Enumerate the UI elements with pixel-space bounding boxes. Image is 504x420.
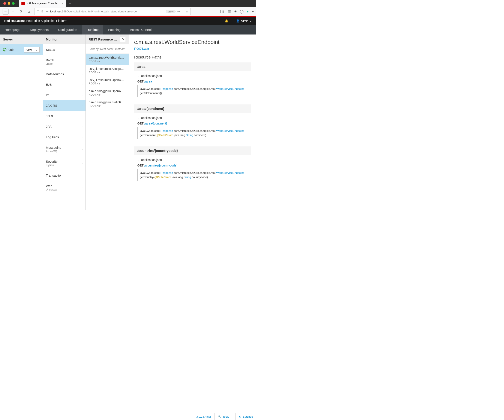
- view-button[interactable]: View⌄: [24, 47, 40, 53]
- rest-column-header: REST Resource … ⟳: [86, 35, 129, 44]
- shield-icon[interactable]: 🛡: [37, 10, 39, 13]
- brand-text: Red Hat JBoss Enterprise Application Pla…: [4, 19, 67, 23]
- monitor-item-label: Datasources: [46, 72, 64, 76]
- maximize-window-icon[interactable]: [12, 2, 15, 5]
- nav-item-deployments[interactable]: Deployments: [25, 25, 53, 35]
- section-title: Resource Paths: [134, 55, 251, 60]
- monitor-item-datasources[interactable]: Datasources›: [43, 69, 85, 79]
- resource-method-line: GET//area: [137, 80, 248, 83]
- rest-item-title: o.m.o.swaggerui.StaticR…: [89, 101, 126, 104]
- menu-icon[interactable]: ≡: [252, 10, 254, 13]
- chevron-right-icon: ›: [82, 73, 83, 76]
- monitor-item-label: JAX-RS: [46, 104, 57, 107]
- monitor-item-security[interactable]: SecurityElytron›: [43, 156, 85, 170]
- resource-mime: ← application/json: [137, 158, 248, 162]
- page-info-icon[interactable]: 🗎: [41, 10, 44, 13]
- chevron-right-icon: ›: [82, 162, 83, 165]
- home-icon[interactable]: ⌂: [26, 9, 32, 15]
- grammarly-icon[interactable]: ●: [247, 10, 249, 13]
- tab-title: HAL Management Console: [27, 2, 60, 5]
- chevron-right-icon: ›: [82, 125, 83, 128]
- rest-item-subtitle: ROOT.war: [89, 93, 126, 96]
- resource-url-link[interactable]: //area/{continent}: [144, 122, 167, 125]
- close-window-icon[interactable]: [3, 2, 6, 5]
- monitor-item-messaging[interactable]: MessagingActiveMQ›: [43, 142, 85, 156]
- nav-item-homepage[interactable]: Homepage: [0, 25, 25, 35]
- user-icon: 👤: [236, 19, 240, 23]
- rest-resource-item[interactable]: c.m.a.s.rest.WorldServic…ROOT.war: [86, 54, 129, 65]
- bell-icon[interactable]: 🔔: [225, 19, 228, 23]
- monitor-item-web[interactable]: WebUndertow›: [43, 181, 85, 195]
- more-icon[interactable]: ⋯: [177, 10, 180, 13]
- browser-tab-bar: HAL Management Console × +: [0, 0, 256, 7]
- minimize-window-icon[interactable]: [8, 2, 10, 5]
- rest-item-subtitle: ROOT.war: [89, 71, 126, 74]
- back-icon[interactable]: ←: [3, 9, 9, 15]
- nav-item-patching[interactable]: Patching: [103, 25, 125, 35]
- monitor-item-status[interactable]: Status: [43, 44, 85, 55]
- user-menu[interactable]: 👤 admin ⌄: [232, 19, 252, 23]
- monitor-item-jax-rs[interactable]: JAX-RS›: [43, 100, 85, 111]
- reload-icon[interactable]: ⟳: [18, 9, 24, 15]
- rest-resource-item[interactable]: i.s.v.j.i.resources.OpenA…ROOT.war: [86, 76, 129, 87]
- monitor-item-ejb[interactable]: EJB›: [43, 79, 85, 90]
- browser-tab[interactable]: HAL Management Console ×: [19, 0, 66, 7]
- monitor-item-io[interactable]: IO›: [43, 90, 85, 100]
- monitor-item-label: Status: [46, 48, 55, 51]
- nav-item-access-control[interactable]: Access Control: [125, 25, 156, 35]
- resource-url-link[interactable]: //area: [144, 80, 152, 83]
- monitor-item-label: Batch: [46, 58, 54, 62]
- filter-row: [86, 44, 129, 54]
- monitor-item-jndi[interactable]: JNDI: [43, 111, 85, 121]
- resource-block: /area← application/jsonGET//areajavax.ws…: [134, 63, 251, 100]
- resource-mime: ← application/json: [137, 74, 248, 78]
- chevron-right-icon: ›: [82, 186, 83, 189]
- rest-item-subtitle: ROOT.war: [89, 60, 126, 63]
- forward-icon[interactable]: →: [10, 9, 16, 15]
- deployment-link[interactable]: ROOT.war: [134, 47, 149, 50]
- server-row[interactable]: 05b… View⌄: [0, 44, 43, 55]
- chevron-right-icon: ›: [82, 94, 83, 97]
- monitor-item-log-files[interactable]: Log Files›: [43, 132, 85, 142]
- pocket-icon[interactable]: ⌄: [182, 10, 184, 13]
- zoom-badge[interactable]: 110%: [166, 10, 175, 13]
- chevron-right-icon: ›: [82, 83, 83, 86]
- code-signature: javax.ws.rs.core.Response com.microsoft.…: [137, 85, 248, 97]
- resource-method-line: GET//area/{continent}: [137, 122, 248, 125]
- address-bar[interactable]: 🛡 🗎 ⊶ localhost:9990/console/index.html#…: [34, 8, 191, 15]
- close-tab-icon[interactable]: ×: [61, 1, 63, 5]
- server-name: 05b…: [9, 48, 22, 51]
- resource-block: /countries/{countrycode}← application/js…: [134, 147, 251, 184]
- monitor-item-batch[interactable]: BatchJBeret›: [43, 55, 85, 69]
- monitor-item-jpa[interactable]: JPA›: [43, 121, 85, 132]
- refresh-button[interactable]: ⟳: [120, 37, 126, 42]
- resource-url-link[interactable]: //countries/{countrycode}: [144, 164, 177, 167]
- resource-mime: ← application/json: [137, 116, 248, 120]
- rest-header-link[interactable]: REST Resource …: [89, 37, 117, 41]
- nav-item-configuration[interactable]: Configuration: [53, 25, 82, 35]
- extension-icon[interactable]: ✦: [234, 9, 237, 13]
- nav-item-runtime[interactable]: Runtime: [82, 25, 103, 35]
- rest-resource-item[interactable]: i.s.v.j.i.resources.Accept…ROOT.war: [86, 65, 129, 76]
- server-column-header: Server: [0, 35, 43, 44]
- account-icon[interactable]: ◯: [240, 9, 244, 13]
- library-icon[interactable]: ⫿⫿⫿: [220, 10, 225, 13]
- sidebar-icon[interactable]: ▥: [228, 9, 231, 13]
- main-content: c.m.a.s.rest.WorldServiceEndpoint ROOT.w…: [129, 35, 256, 210]
- bookmark-icon[interactable]: ☆: [186, 10, 188, 13]
- monitor-item-label: JPA: [46, 125, 51, 128]
- chevron-down-icon[interactable]: ⌄: [34, 49, 37, 51]
- monitor-item-label: Web: [46, 184, 57, 188]
- rest-resource-item[interactable]: o.m.o.swaggerui.OpenA…ROOT.war: [86, 87, 129, 98]
- resource-block: /area/{continent}← application/jsonGET//…: [134, 105, 251, 142]
- url-text: localhost:9990/console/index.html#runtim…: [50, 10, 164, 13]
- rest-resource-item[interactable]: o.m.o.swaggerui.StaticR…ROOT.war: [86, 98, 129, 109]
- monitor-item-subtitle: Undertow: [46, 188, 57, 191]
- chevron-right-icon: ›: [82, 104, 83, 107]
- monitor-item-label: EJB: [46, 83, 52, 86]
- resource-path: /area: [134, 63, 251, 71]
- new-tab-button[interactable]: +: [69, 1, 71, 6]
- monitor-item-transaction[interactable]: Transaction: [43, 170, 85, 181]
- filter-input[interactable]: [89, 47, 126, 51]
- rest-item-title: o.m.o.swaggerui.OpenA…: [89, 89, 126, 93]
